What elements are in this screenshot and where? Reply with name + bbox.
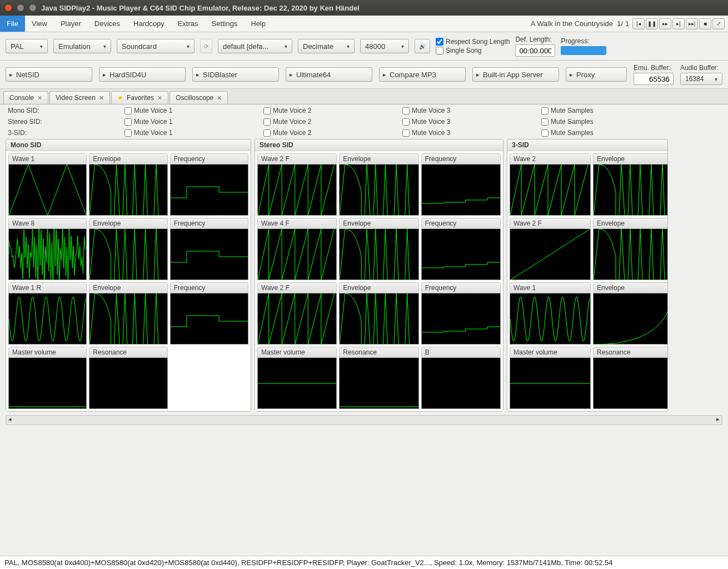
mute-3sid-v2[interactable] xyxy=(263,129,271,137)
audio-buffer-combo[interactable]: 16384 xyxy=(680,73,722,85)
stereo-sid-header: Stereo SID xyxy=(255,139,503,151)
scope: Wave 8 xyxy=(8,218,87,280)
scope-label: Wave 1 xyxy=(510,282,591,293)
menu-extras[interactable]: Extras xyxy=(171,16,205,32)
video-standard-combo[interactable]: PAL xyxy=(6,39,48,53)
scope-canvas xyxy=(170,164,248,216)
menu-help[interactable]: Help xyxy=(244,16,272,32)
netsid-button[interactable]: NetSID xyxy=(6,67,92,82)
minimize-icon[interactable] xyxy=(17,4,24,12)
scope-label: B xyxy=(421,347,501,358)
scope-canvas xyxy=(339,229,418,280)
device-reload-button[interactable]: ⟳ xyxy=(200,39,212,53)
scope-label: Wave 2 F xyxy=(510,218,591,229)
scope: Resonance xyxy=(593,347,668,409)
audio-buffer-label: Audio Buffer: xyxy=(680,64,722,72)
tab-oscilloscope[interactable]: Oscilloscope✕ xyxy=(169,91,228,104)
device-combo[interactable]: default [defa... xyxy=(218,39,292,53)
next-sub-button[interactable]: ▸| xyxy=(672,18,685,29)
mute-mono-v3[interactable] xyxy=(402,107,410,114)
pause-button[interactable]: ❚❚ xyxy=(646,18,658,29)
menu-view[interactable]: View xyxy=(25,16,54,32)
scope-canvas xyxy=(8,358,87,409)
mute-3sid-v3[interactable] xyxy=(402,129,410,137)
hardsid4u-button[interactable]: HardSID4U xyxy=(99,67,186,82)
sampling-combo[interactable]: Decimate xyxy=(298,39,355,53)
scope-label: Master volume xyxy=(257,347,337,358)
progress-bar xyxy=(561,46,606,55)
scope-canvas xyxy=(257,293,337,345)
scope: Resonance xyxy=(89,347,167,409)
tab-console[interactable]: Console✕ xyxy=(3,91,48,104)
output-combo[interactable]: Soundcard xyxy=(117,39,195,53)
mute-mono-v2[interactable] xyxy=(263,107,271,114)
scope: Frequency xyxy=(421,282,501,345)
scope: Frequency xyxy=(170,282,248,345)
mute-stereo-samples[interactable] xyxy=(541,118,549,126)
sidblaster-button[interactable]: SIDBlaster xyxy=(192,67,279,82)
next-track-button[interactable]: ▸▸| xyxy=(686,18,698,29)
ultimate64-button[interactable]: Ultimate64 xyxy=(286,67,372,82)
scope-canvas xyxy=(339,164,418,216)
scope: Envelope xyxy=(89,218,167,280)
menu-file[interactable]: File xyxy=(0,16,25,32)
mute-mono-samples[interactable] xyxy=(541,107,549,114)
song-title: A Walk in the Countryside 1/ 1 xyxy=(531,19,632,28)
maximize-icon[interactable] xyxy=(29,4,37,12)
scope: Wave 1 xyxy=(8,153,87,216)
mute-panel: Mono SID: Mute Voice 1 Mute Voice 2 Mute… xyxy=(0,104,728,138)
volume-button[interactable]: 🔊 xyxy=(415,39,430,53)
mute-stereo-v3[interactable] xyxy=(402,118,410,126)
scope-label: Master volume xyxy=(8,347,87,358)
scope-label: Resonance xyxy=(593,347,668,358)
scope-label: Envelope xyxy=(339,153,418,164)
scope-canvas xyxy=(170,229,248,280)
respect-length-check[interactable]: Respect Song Length xyxy=(436,38,510,46)
scope: Wave 2 F xyxy=(257,153,337,216)
horizontal-scrollbar[interactable] xyxy=(6,415,722,425)
scope: Master volume xyxy=(510,347,591,409)
stereo-sid-group: Stereo SID Wave 2 FEnvelopeFrequencyWave… xyxy=(255,139,503,412)
scope-canvas xyxy=(89,229,167,280)
menu-settings[interactable]: Settings xyxy=(205,16,245,32)
proxy-button[interactable]: Proxy xyxy=(566,67,627,82)
close-icon[interactable]: ✕ xyxy=(157,94,162,102)
mute-3sid-samples[interactable] xyxy=(541,129,549,137)
close-icon[interactable]: ✕ xyxy=(37,94,42,102)
scope-label: Envelope xyxy=(89,153,167,164)
rate-combo[interactable]: 48000 xyxy=(360,39,409,53)
menu-player[interactable]: Player xyxy=(54,16,88,32)
mute-mono-v1[interactable] xyxy=(124,107,132,114)
scope-canvas xyxy=(593,229,668,280)
fast-forward-button[interactable]: ▸▸ xyxy=(659,18,671,29)
tab-favorites[interactable]: ★Favorites✕ xyxy=(111,91,168,104)
oscilloscope-area: Mono SID Wave 1EnvelopeFrequencyWave 8En… xyxy=(0,138,728,413)
tab-video-screen[interactable]: Video Screen✕ xyxy=(49,91,110,104)
scope-label: Resonance xyxy=(89,347,167,358)
stop-button[interactable]: ■ xyxy=(699,18,711,29)
close-icon[interactable]: ✕ xyxy=(99,94,104,102)
scope: Wave 4 F xyxy=(257,218,337,280)
menu-devices[interactable]: Devices xyxy=(88,16,127,32)
scope: Frequency xyxy=(170,153,248,216)
mono-sid-group: Mono SID Wave 1EnvelopeFrequencyWave 8En… xyxy=(6,139,251,412)
mute-stereo-v1[interactable] xyxy=(124,118,132,126)
scope-canvas xyxy=(510,358,591,409)
scope-label: Envelope xyxy=(89,282,167,293)
row-3sid-label: 3-SID: xyxy=(8,129,124,137)
mute-stereo-v2[interactable] xyxy=(263,118,271,126)
def-length-field[interactable] xyxy=(515,44,555,57)
scope: Frequency xyxy=(170,218,248,280)
close-icon[interactable]: ✕ xyxy=(217,94,222,102)
prev-track-button[interactable]: |◂ xyxy=(632,18,645,29)
scope-canvas xyxy=(593,358,668,409)
close-icon[interactable] xyxy=(4,4,12,12)
menu-hardcopy[interactable]: Hardcopy xyxy=(127,16,171,32)
single-song-check[interactable]: Single Song xyxy=(436,47,510,54)
emu-buffer-field[interactable] xyxy=(634,73,674,85)
compare-mp3-button[interactable]: Compare MP3 xyxy=(379,67,466,82)
engine-combo[interactable]: Emulation xyxy=(53,39,111,53)
app-server-button[interactable]: Built-in App Server xyxy=(472,67,559,82)
mute-3sid-v1[interactable] xyxy=(124,129,132,137)
expand-button[interactable]: ⤢ xyxy=(712,18,725,29)
